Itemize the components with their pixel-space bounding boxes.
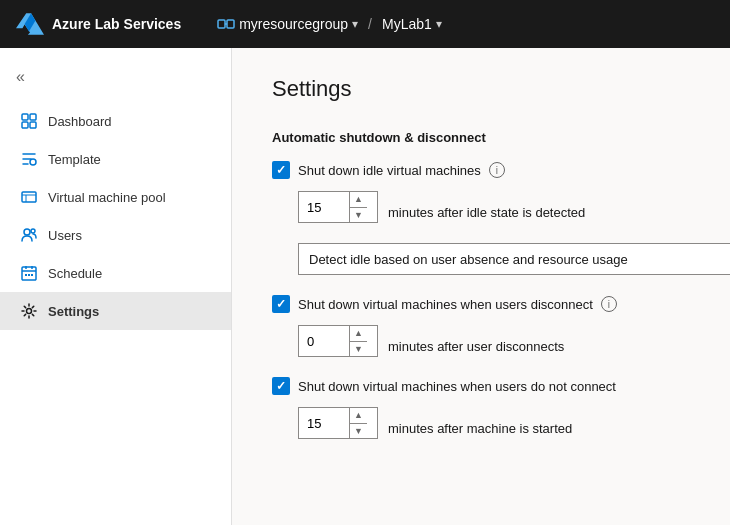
- disconnect-shutdown-row: Shut down virtual machines when users di…: [272, 295, 690, 313]
- settings-label: Settings: [48, 304, 99, 319]
- idle-minutes-down-button[interactable]: ▼: [350, 208, 367, 223]
- svg-rect-3: [22, 114, 28, 120]
- logo-area: Azure Lab Services: [16, 13, 181, 35]
- users-label: Users: [48, 228, 82, 243]
- idle-shutdown-row: Shut down idle virtual machines i: [272, 161, 690, 179]
- lab-selector[interactable]: MyLab1 ▾: [382, 16, 442, 32]
- noconnect-shutdown-checkbox[interactable]: [272, 377, 290, 395]
- sidebar-item-vm-pool[interactable]: Virtual machine pool: [0, 178, 231, 216]
- noconnect-minutes-label: minutes after machine is started: [388, 421, 572, 436]
- auto-shutdown-section: Automatic shutdown & disconnect Shut dow…: [272, 130, 690, 449]
- idle-minutes-label: minutes after idle state is detected: [388, 205, 585, 220]
- lab-name: MyLab1: [382, 16, 432, 32]
- idle-minutes-spinner[interactable]: ▲ ▼: [298, 191, 378, 223]
- noconnect-minutes-row: ▲ ▼ minutes after machine is started: [272, 407, 690, 449]
- disconnect-shutdown-label: Shut down virtual machines when users di…: [298, 297, 593, 312]
- schedule-icon: [20, 264, 38, 282]
- idle-minutes-row: ▲ ▼ minutes after idle state is detected: [272, 191, 690, 233]
- svg-rect-8: [22, 192, 36, 202]
- svg-rect-13: [22, 267, 36, 280]
- settings-icon: [20, 302, 38, 320]
- idle-shutdown-label: Shut down idle virtual machines: [298, 163, 481, 178]
- svg-point-11: [24, 229, 30, 235]
- lab-chevron[interactable]: ▾: [436, 17, 442, 31]
- sidebar-item-schedule[interactable]: Schedule: [0, 254, 231, 292]
- noconnect-minutes-spinner-buttons: ▲ ▼: [349, 408, 367, 438]
- sidebar-collapse-button[interactable]: «: [0, 60, 231, 94]
- users-icon: [20, 226, 38, 244]
- schedule-label: Schedule: [48, 266, 102, 281]
- disconnect-shutdown-info-icon[interactable]: i: [601, 296, 617, 312]
- svg-rect-19: [31, 274, 33, 276]
- azure-logo-icon: [16, 13, 44, 35]
- svg-rect-4: [30, 114, 36, 120]
- idle-minutes-spinner-buttons: ▲ ▼: [349, 192, 367, 222]
- resource-group-name: myresourcegroup: [239, 16, 348, 32]
- resource-group-selector[interactable]: myresourcegroup ▾: [217, 15, 358, 33]
- svg-rect-18: [28, 274, 30, 276]
- page-title: Settings: [272, 76, 690, 102]
- svg-point-12: [31, 229, 35, 233]
- disconnect-minutes-label: minutes after user disconnects: [388, 339, 564, 354]
- svg-rect-17: [25, 274, 27, 276]
- disconnect-minutes-row: ▲ ▼ minutes after user disconnects: [272, 325, 690, 367]
- noconnect-shutdown-row: Shut down virtual machines when users do…: [272, 377, 690, 395]
- svg-rect-5: [22, 122, 28, 128]
- noconnect-minutes-input[interactable]: [299, 408, 349, 438]
- sidebar-item-dashboard[interactable]: Dashboard: [0, 102, 231, 140]
- sidebar-item-settings[interactable]: Settings: [0, 292, 231, 330]
- section-title: Automatic shutdown & disconnect: [272, 130, 690, 145]
- sidebar-item-users[interactable]: Users: [0, 216, 231, 254]
- svg-point-7: [30, 159, 36, 165]
- disconnect-minutes-down-button[interactable]: ▼: [350, 342, 367, 357]
- main-layout: « Dashboard Template: [0, 48, 730, 525]
- idle-detection-dropdown[interactable]: Detect idle based on user absence and re…: [298, 243, 730, 275]
- breadcrumb-nav: myresourcegroup ▾ / MyLab1 ▾: [217, 15, 442, 33]
- dashboard-icon: [20, 112, 38, 130]
- disconnect-minutes-spinner-buttons: ▲ ▼: [349, 326, 367, 356]
- disconnect-minutes-up-button[interactable]: ▲: [350, 326, 367, 342]
- content-area: Settings Automatic shutdown & disconnect…: [232, 48, 730, 525]
- idle-detection-value: Detect idle based on user absence and re…: [309, 252, 628, 267]
- idle-minutes-up-button[interactable]: ▲: [350, 192, 367, 208]
- nav-separator: /: [368, 16, 372, 32]
- vm-pool-label: Virtual machine pool: [48, 190, 166, 205]
- template-icon: [20, 150, 38, 168]
- idle-shutdown-info-icon[interactable]: i: [489, 162, 505, 178]
- svg-rect-1: [227, 20, 234, 28]
- sidebar: « Dashboard Template: [0, 48, 232, 525]
- resource-group-icon: [217, 15, 235, 33]
- disconnect-shutdown-checkbox[interactable]: [272, 295, 290, 313]
- idle-detection-dropdown-row: Detect idle based on user absence and re…: [298, 243, 690, 275]
- app-title: Azure Lab Services: [52, 16, 181, 32]
- idle-shutdown-checkbox[interactable]: [272, 161, 290, 179]
- svg-rect-6: [30, 122, 36, 128]
- noconnect-shutdown-label: Shut down virtual machines when users do…: [298, 379, 616, 394]
- template-label: Template: [48, 152, 101, 167]
- topbar: Azure Lab Services myresourcegroup ▾ / M…: [0, 0, 730, 48]
- idle-minutes-input[interactable]: [299, 192, 349, 222]
- noconnect-minutes-spinner[interactable]: ▲ ▼: [298, 407, 378, 439]
- svg-point-20: [27, 309, 32, 314]
- disconnect-minutes-input[interactable]: [299, 326, 349, 356]
- vm-pool-icon: [20, 188, 38, 206]
- dashboard-label: Dashboard: [48, 114, 112, 129]
- svg-rect-0: [218, 20, 225, 28]
- resource-group-chevron[interactable]: ▾: [352, 17, 358, 31]
- noconnect-minutes-down-button[interactable]: ▼: [350, 424, 367, 439]
- disconnect-minutes-spinner[interactable]: ▲ ▼: [298, 325, 378, 357]
- noconnect-minutes-up-button[interactable]: ▲: [350, 408, 367, 424]
- sidebar-item-template[interactable]: Template: [0, 140, 231, 178]
